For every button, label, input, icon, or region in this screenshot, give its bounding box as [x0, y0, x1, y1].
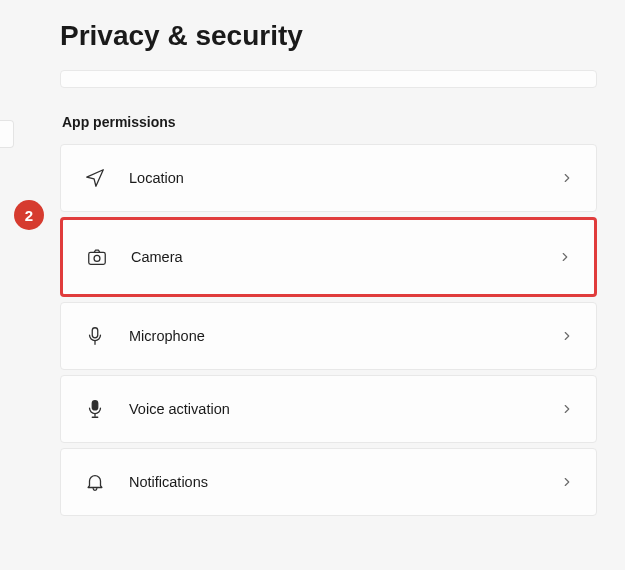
svg-rect-0 — [89, 252, 106, 264]
page-title: Privacy & security — [60, 20, 597, 52]
previous-section-stub — [60, 70, 597, 88]
settings-page: Privacy & security App permissions Locat… — [0, 0, 625, 516]
svg-rect-4 — [92, 401, 98, 410]
permission-item-location[interactable]: Location — [60, 144, 597, 212]
permission-label: Location — [129, 170, 560, 186]
camera-icon — [85, 245, 109, 269]
chevron-right-icon — [560, 402, 574, 416]
chevron-right-icon — [560, 171, 574, 185]
permission-item-camera[interactable]: Camera — [60, 217, 597, 297]
svg-rect-2 — [92, 328, 98, 338]
section-heading: App permissions — [60, 114, 597, 130]
offscreen-panel-stub — [0, 120, 14, 148]
permission-item-voice-activation[interactable]: Voice activation — [60, 375, 597, 443]
microphone-icon — [83, 324, 107, 348]
permission-label: Microphone — [129, 328, 560, 344]
chevron-right-icon — [558, 250, 572, 264]
permission-label: Camera — [131, 249, 558, 265]
permission-item-notifications[interactable]: Notifications — [60, 448, 597, 516]
step-number: 2 — [25, 207, 33, 224]
chevron-right-icon — [560, 475, 574, 489]
permission-label: Notifications — [129, 474, 560, 490]
permission-item-microphone[interactable]: Microphone — [60, 302, 597, 370]
step-badge: 2 — [14, 200, 44, 230]
voice-activation-icon — [83, 397, 107, 421]
notifications-icon — [83, 470, 107, 494]
svg-point-1 — [94, 255, 100, 261]
permission-label: Voice activation — [129, 401, 560, 417]
chevron-right-icon — [560, 329, 574, 343]
location-icon — [83, 166, 107, 190]
